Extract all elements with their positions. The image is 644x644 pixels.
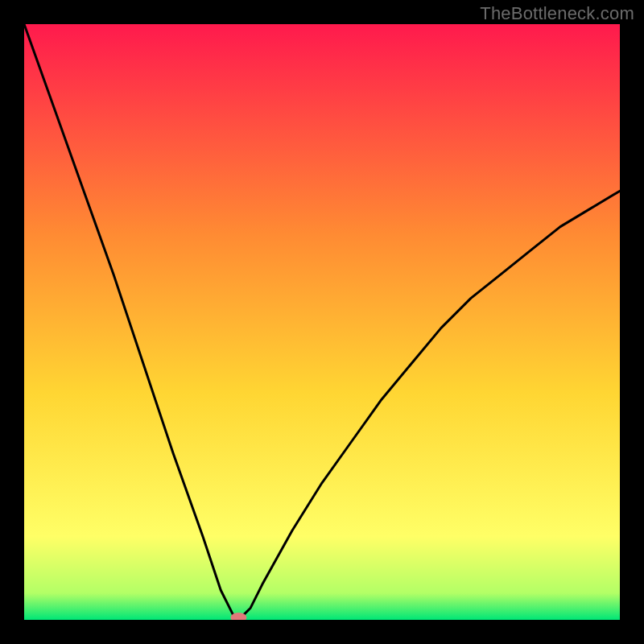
watermark-text: TheBottleneck.com — [480, 3, 634, 24]
plot-background — [24, 24, 620, 620]
bottleneck-plot — [24, 24, 620, 620]
chart-svg — [24, 24, 620, 620]
chart-frame: TheBottleneck.com — [0, 0, 644, 644]
